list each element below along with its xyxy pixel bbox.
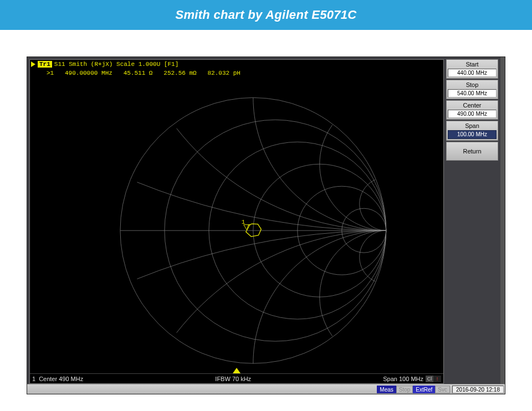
status-extref: ExtRef [413, 386, 435, 393]
instrument-window: Tr1 S11 Smith (R+jX) Scale 1.000U [F1] >… [27, 56, 505, 394]
softkey-value: 440.00 MHz [448, 69, 497, 78]
status-bar: Meas Stop ExtRef Svc 2016-09-20 12:18 [27, 384, 505, 394]
softkey-stop[interactable]: Stop 540.00 MHz [446, 80, 498, 99]
softkey-span[interactable]: Span 100.00 MHz [446, 121, 498, 140]
softkey-value: 540.00 MHz [448, 89, 497, 98]
softkey-label: Stop [466, 81, 479, 88]
instrument-body: Tr1 S11 Smith (R+jX) Scale 1.000U [F1] >… [27, 57, 505, 384]
warning-badge: ! [433, 376, 441, 382]
status-datetime: 2016-09-20 12:18 [452, 386, 504, 393]
span-label: Span 100 MHz [383, 376, 423, 382]
softkey-sidebar: Start 440.00 MHz Stop 540.00 MHz Center … [445, 57, 500, 384]
marker-index: >1 [47, 70, 54, 76]
softkey-label: Span [465, 122, 479, 129]
softkey-value: 100.00 MHz [448, 130, 497, 139]
softkey-label: Start [466, 61, 478, 68]
softkey-label: Return [463, 148, 481, 155]
softkey-value: 490.00 MHz [448, 110, 497, 119]
active-trace-indicator-icon [31, 61, 35, 67]
trace-header: Tr1 S11 Smith (R+jX) Scale 1.000U [F1] [30, 60, 443, 68]
softkey-start[interactable]: Start 440.00 MHz [446, 59, 498, 79]
center-frequency-label: Center 490 MHz [39, 376, 83, 382]
marker-inductance: 82.032 pH [208, 70, 241, 76]
cal-status-badge: Cl [426, 376, 433, 382]
marker-readout: >1 490.00000 MHz 45.511 Ω 252.56 mΩ 82.0… [30, 68, 443, 76]
plot-panel: Tr1 S11 Smith (R+jX) Scale 1.000U [F1] >… [29, 59, 444, 384]
marker-reactance: 252.56 mΩ [163, 70, 196, 76]
softkey-return[interactable]: Return [446, 142, 498, 161]
stimulus-marker-icon[interactable] [233, 368, 241, 373]
page-title: Smith chart by Agilent E5071C [176, 8, 357, 22]
softkey-label: Center [463, 102, 481, 109]
screenshot-wrapper: Tr1 S11 Smith (R+jX) Scale 1.000U [F1] >… [0, 30, 532, 411]
status-meas: Meas [377, 386, 396, 393]
ifbw-label: IFBW 70 kHz [83, 376, 383, 382]
trace-tag[interactable]: Tr1 [38, 61, 52, 68]
svg-text:1: 1 [242, 219, 245, 225]
page-title-bar: Smith chart by Agilent E5071C [0, 0, 532, 30]
trace-label: S11 Smith (R+jX) Scale 1.000U [F1] [54, 61, 178, 68]
status-stop: Stop [396, 386, 413, 393]
softkey-center[interactable]: Center 490.00 MHz [446, 100, 498, 120]
channel-number: 1 [32, 376, 35, 382]
marker-frequency: 490.00000 MHz [65, 70, 112, 76]
status-svc: Svc [435, 386, 450, 393]
smith-chart-svg: 1 [30, 76, 443, 373]
smith-chart-area[interactable]: 1 [30, 76, 443, 373]
sidebar-scroll-gutter [500, 57, 505, 384]
plot-footer: 1 Center 490 MHz IFBW 70 kHz Span 100 MH… [30, 373, 443, 383]
marker-resistance: 45.511 Ω [124, 70, 153, 76]
